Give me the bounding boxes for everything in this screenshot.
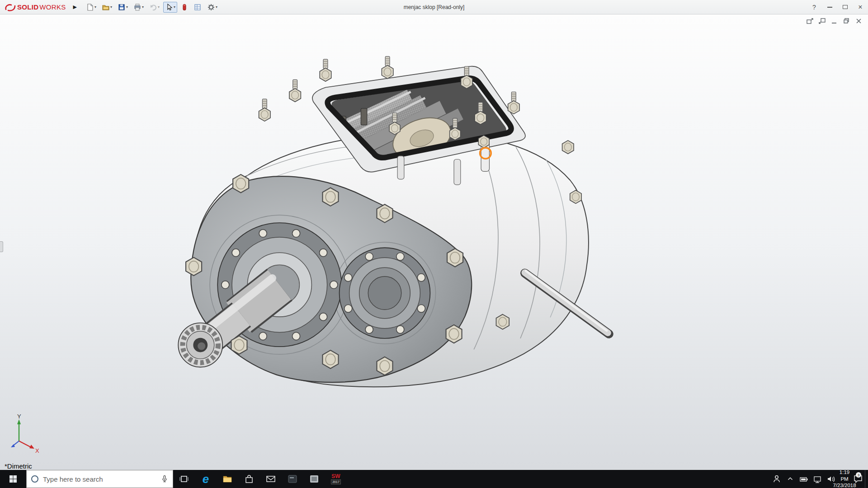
select-cursor-icon bbox=[165, 3, 173, 11]
undo-button[interactable]: ▾ bbox=[147, 2, 161, 13]
doc-restore-button[interactable] bbox=[842, 17, 850, 24]
store-bag-icon bbox=[244, 474, 255, 484]
battery-icon bbox=[799, 474, 809, 484]
start-button[interactable] bbox=[0, 470, 26, 488]
panel-collapse-tab[interactable] bbox=[0, 241, 3, 252]
file-properties-icon bbox=[193, 3, 202, 11]
action-center-button[interactable]: 3 bbox=[851, 470, 865, 488]
tray-overflow-button[interactable] bbox=[783, 470, 797, 488]
windows-taskbar: e SW 2017 bbox=[0, 470, 868, 488]
chevron-up-icon bbox=[786, 474, 795, 483]
show-desktop-button[interactable] bbox=[865, 470, 868, 488]
quick-access-toolbar: ▾ ▾ ▾ ▾ ▾ bbox=[84, 2, 219, 13]
triad-x-label: X bbox=[35, 447, 39, 454]
print-button[interactable]: ▾ bbox=[132, 2, 146, 13]
task-view-icon bbox=[179, 474, 189, 484]
undo-icon bbox=[149, 3, 157, 11]
file-explorer-icon bbox=[222, 474, 233, 484]
tray-people-button[interactable] bbox=[770, 470, 783, 488]
titlebar: SOLIDWORKS ▶ ▾ ▾ ▾ bbox=[0, 0, 868, 14]
help-button[interactable]: ? bbox=[807, 0, 822, 14]
cortana-icon bbox=[30, 474, 39, 483]
doc-fit-button[interactable] bbox=[818, 17, 826, 24]
maximize-button[interactable] bbox=[837, 0, 853, 14]
doc-float-icon bbox=[806, 18, 814, 24]
windows-logo-icon bbox=[9, 474, 18, 483]
orientation-triad: Y X bbox=[5, 413, 42, 455]
gray-app-icon bbox=[309, 474, 320, 484]
minimize-icon bbox=[827, 7, 832, 8]
taskbar-edge-button[interactable]: e bbox=[195, 470, 217, 488]
appearances-button[interactable] bbox=[179, 2, 190, 13]
tray-network-button[interactable] bbox=[811, 470, 824, 488]
save-button[interactable]: ▾ bbox=[116, 2, 130, 13]
doc-float-button[interactable] bbox=[806, 17, 814, 24]
system-tray: 1:19 PM 7/23/2018 3 bbox=[770, 470, 868, 488]
options-button[interactable]: ▾ bbox=[205, 2, 219, 13]
network-icon bbox=[812, 474, 822, 484]
gearbox-model bbox=[0, 14, 868, 470]
doc-close-icon bbox=[855, 18, 863, 24]
save-icon bbox=[118, 3, 126, 11]
print-icon bbox=[133, 3, 142, 11]
taskbar-store-button[interactable] bbox=[238, 470, 260, 488]
graphics-area[interactable]: Y X *Dimetric bbox=[0, 14, 868, 470]
notification-badge: 3 bbox=[856, 472, 861, 478]
document-title: menjac sklop [Read-only] bbox=[404, 0, 465, 14]
clock-time: 1:19 PM bbox=[838, 469, 851, 482]
window-controls: ? × bbox=[807, 0, 868, 14]
solidworks-logo-mark bbox=[5, 3, 16, 12]
edge-icon: e bbox=[203, 473, 209, 485]
menu-flyout-icon[interactable]: ▶ bbox=[69, 4, 81, 10]
triad-y-label: Y bbox=[17, 413, 21, 420]
new-document-button[interactable]: ▾ bbox=[84, 2, 98, 13]
taskbar-spacer bbox=[347, 470, 770, 488]
search-input[interactable] bbox=[43, 475, 156, 483]
tray-battery-button[interactable] bbox=[797, 470, 811, 488]
document-window-controls bbox=[806, 17, 863, 24]
doc-minimize-button[interactable] bbox=[830, 17, 838, 24]
microphone-icon[interactable] bbox=[160, 474, 169, 483]
select-tool-button[interactable]: ▾ bbox=[163, 2, 177, 13]
close-icon: × bbox=[858, 3, 862, 11]
close-button[interactable]: × bbox=[853, 0, 868, 14]
doc-fit-icon bbox=[818, 18, 826, 24]
taskbar-solidworks-button[interactable]: SW 2017 bbox=[325, 470, 347, 488]
taskbar-search[interactable] bbox=[26, 470, 173, 488]
mail-icon bbox=[265, 474, 276, 484]
taskbar-app-6-button[interactable] bbox=[303, 470, 325, 488]
open-button[interactable]: ▾ bbox=[100, 2, 114, 13]
taskbar-clock[interactable]: 1:19 PM 7/23/2018 bbox=[838, 470, 851, 488]
doc-minimize-icon bbox=[830, 18, 838, 24]
logo-text-light: WORKS bbox=[39, 3, 66, 11]
solidworks-logo: SOLIDWORKS bbox=[0, 3, 69, 12]
dark-app-icon bbox=[287, 474, 298, 484]
task-view-button[interactable] bbox=[173, 470, 195, 488]
new-document-icon bbox=[86, 3, 94, 11]
taskbar-mail-button[interactable] bbox=[260, 470, 282, 488]
person-icon bbox=[772, 474, 782, 484]
taskbar-app-5-button[interactable] bbox=[282, 470, 303, 488]
minimize-button[interactable] bbox=[822, 0, 837, 14]
solidworks-2017-icon: SW 2017 bbox=[331, 474, 341, 484]
logo-text-bold: SOLID bbox=[17, 3, 38, 11]
taskbar-file-explorer-button[interactable] bbox=[217, 470, 238, 488]
file-properties-button[interactable] bbox=[192, 2, 203, 13]
open-folder-icon bbox=[102, 3, 110, 11]
maximize-icon bbox=[843, 5, 848, 9]
doc-close-button[interactable] bbox=[854, 17, 863, 24]
view-orientation-label: *Dimetric bbox=[5, 462, 32, 470]
gear-icon bbox=[207, 3, 215, 11]
appearance-icon bbox=[181, 3, 188, 11]
doc-restore-icon bbox=[843, 18, 850, 24]
